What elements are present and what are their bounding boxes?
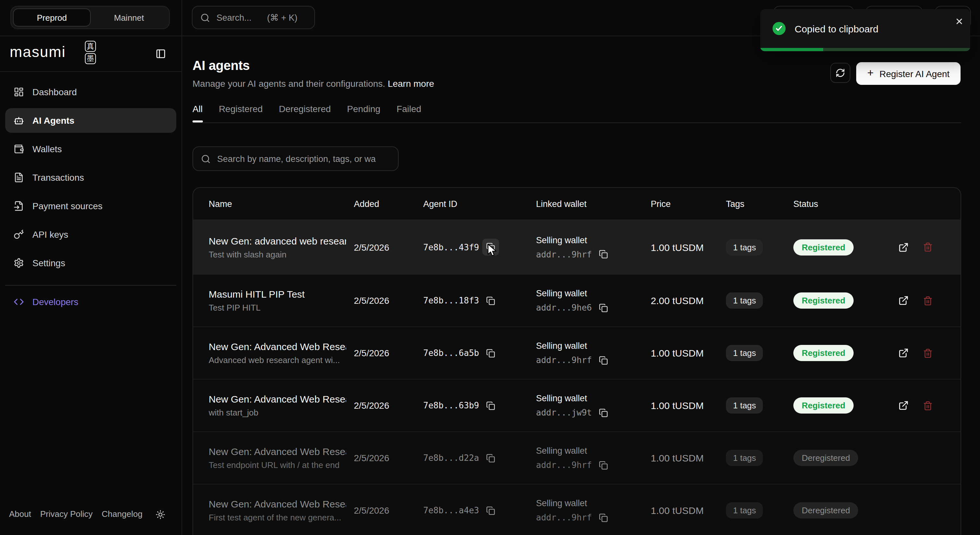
agent-name: New Gen: Advanced Web Resear xyxy=(209,446,346,457)
copy-wallet-address-button[interactable] xyxy=(595,457,612,473)
row-actions xyxy=(898,348,933,358)
about-link[interactable]: About xyxy=(9,509,31,519)
refresh-button[interactable] xyxy=(830,63,850,83)
agent-id-cell: 7e8b...a4e3 xyxy=(423,505,495,515)
linked-wallet-cell: Selling wallet addr...9hrf xyxy=(536,235,608,259)
table-header: Name Added Agent ID Linked wallet Price … xyxy=(193,188,961,220)
sidebar-item-settings[interactable]: Settings xyxy=(5,251,176,275)
table-row[interactable]: Masumi HITL PIP Test Test PIP HITL 2/5/2… xyxy=(193,275,961,327)
sidebar-item-wallets[interactable]: Wallets xyxy=(5,137,176,161)
sidebar-item-api-keys[interactable]: API keys xyxy=(5,222,176,247)
agent-id-cell: 7e8b...18f3 xyxy=(423,296,495,305)
copy-wallet-address-button[interactable] xyxy=(595,509,612,526)
masumi-stamp-icon: 真 墨 xyxy=(85,41,96,64)
column-header-agent-id: Agent ID xyxy=(423,199,457,208)
table-row[interactable]: New Gen: Advanced Web Resear First test … xyxy=(193,484,961,535)
agent-price: 1.00 tUSDM xyxy=(651,452,703,464)
agent-tags-cell: 1 tags xyxy=(726,292,763,309)
table-row[interactable]: New Gen: Advanced Web Resear Test endpoi… xyxy=(193,432,961,484)
wallet-address: addr...9hrf xyxy=(536,513,592,522)
agent-id-cell: 7e8b...43f9 xyxy=(423,242,495,252)
trash-icon[interactable] xyxy=(923,401,933,410)
agent-status-cell: Deregistered xyxy=(793,502,859,519)
column-header-price: Price xyxy=(651,199,671,208)
code-icon xyxy=(14,297,24,307)
network-option-mainnet[interactable]: Mainnet xyxy=(91,8,167,27)
close-icon[interactable] xyxy=(955,17,964,26)
wallet-address: addr...9hrf xyxy=(536,355,592,365)
table-row[interactable]: New Gen: Advanced Web Resear Advanced we… xyxy=(193,327,961,379)
trash-icon[interactable] xyxy=(923,296,933,305)
agent-tags-cell: 1 tags xyxy=(726,502,763,519)
agent-description: Test PIP HITL xyxy=(209,303,346,313)
status-tabs: AllRegisteredDeregisteredPendingFailed xyxy=(192,104,961,123)
agent-description: Advanced web research agent wi... xyxy=(209,355,346,365)
sidebar-item-label: Dashboard xyxy=(32,87,77,97)
file-text-icon xyxy=(14,172,24,183)
agent-name-cell: New Gen: Advanced Web Resear Advanced we… xyxy=(209,341,346,365)
copy-wallet-address-button[interactable] xyxy=(595,246,612,263)
sidebar-item-payment-sources[interactable]: Payment sources xyxy=(5,194,176,218)
copy-agent-id-button[interactable] xyxy=(482,239,499,256)
sidebar-nav: Dashboard AI Agents Wallets Transactions… xyxy=(5,80,176,275)
trash-icon[interactable] xyxy=(923,242,933,252)
agent-added-date: 2/5/2026 xyxy=(354,505,389,516)
sidebar-item-label: Transactions xyxy=(32,172,84,183)
privacy-policy-link[interactable]: Privacy Policy xyxy=(40,509,93,519)
copy-agent-id-button[interactable] xyxy=(482,344,499,361)
global-search-button[interactable]: Search... (⌘ + K) xyxy=(192,6,315,29)
tags-badge: 1 tags xyxy=(726,397,763,414)
sidebar-item-dashboard[interactable]: Dashboard xyxy=(5,80,176,104)
table-search-input[interactable]: Search by name, description, tags, or wa xyxy=(192,146,399,171)
sidebar-item-ai-agents[interactable]: AI Agents xyxy=(5,108,176,133)
changelog-link[interactable]: Changelog xyxy=(102,509,143,519)
search-icon xyxy=(201,154,211,164)
copy-agent-id-button[interactable] xyxy=(482,449,499,466)
tags-badge: 1 tags xyxy=(726,502,763,519)
copy-wallet-address-button[interactable] xyxy=(595,299,612,316)
sidebar-section-divider xyxy=(5,285,176,286)
sidebar-item-developers[interactable]: Developers xyxy=(5,289,176,314)
learn-more-link[interactable]: Learn more xyxy=(388,78,434,89)
copy-agent-id-button[interactable] xyxy=(482,292,499,309)
agent-id-cell: 7e8b...63b9 xyxy=(423,401,495,410)
linked-wallet-cell: Selling wallet addr...9hrf xyxy=(536,498,608,522)
network-toggle[interactable]: Preprod Mainnet xyxy=(10,6,170,29)
agent-status-cell: Registered xyxy=(793,345,854,361)
external-link-icon[interactable] xyxy=(898,242,909,252)
tab-failed[interactable]: Failed xyxy=(397,104,421,122)
copy-wallet-address-button[interactable] xyxy=(595,404,612,421)
copy-agent-id-button[interactable] xyxy=(482,397,499,414)
column-header-tags: Tags xyxy=(726,199,745,208)
sun-icon[interactable] xyxy=(156,510,165,519)
agent-id-cell: 7e8b...d22a xyxy=(423,453,495,463)
table-row[interactable]: New Gen: advanced web researc Test with … xyxy=(193,220,961,275)
external-link-icon[interactable] xyxy=(898,295,909,306)
table-row[interactable]: New Gen: Advanced Web Resear with start_… xyxy=(193,379,961,432)
sidebar-item-label: Payment sources xyxy=(32,201,102,211)
network-option-preprod[interactable]: Preprod xyxy=(13,8,91,27)
masumi-logo: masumi xyxy=(10,43,66,61)
tab-registered[interactable]: Registered xyxy=(219,104,262,122)
trash-icon[interactable] xyxy=(923,348,933,358)
linked-wallet-cell: Selling wallet addr...9hrf xyxy=(536,446,608,470)
check-circle-icon xyxy=(772,21,786,36)
sidebar-collapse-icon[interactable] xyxy=(156,49,166,59)
tab-all[interactable]: All xyxy=(192,104,202,122)
external-link-icon[interactable] xyxy=(898,400,909,411)
file-input-icon xyxy=(14,201,24,211)
wallet-type: Selling wallet xyxy=(536,289,608,298)
tab-pending[interactable]: Pending xyxy=(347,104,380,122)
copy-agent-id-button[interactable] xyxy=(482,502,499,519)
dashboard-icon xyxy=(14,87,24,97)
register-ai-agent-button[interactable]: + Register AI Agent xyxy=(856,62,961,85)
register-button-label: Register AI Agent xyxy=(880,68,950,79)
wallet-address: addr...9hrf xyxy=(536,249,592,259)
tab-deregistered[interactable]: Deregistered xyxy=(279,104,331,122)
copy-wallet-address-button[interactable] xyxy=(595,352,612,368)
external-link-icon[interactable] xyxy=(898,348,909,358)
agent-name: New Gen: Advanced Web Resear xyxy=(209,394,346,405)
sidebar-item-transactions[interactable]: Transactions xyxy=(5,165,176,190)
agent-id: 7e8b...6a5b xyxy=(423,348,479,358)
page-title: AI agents xyxy=(192,58,250,73)
